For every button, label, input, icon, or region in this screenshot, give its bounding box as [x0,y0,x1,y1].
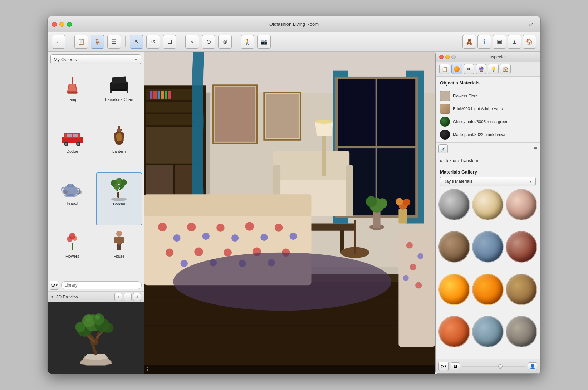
gallery-ball-argyle-blue[interactable] [472,231,504,263]
gallery-ball-wood-tan[interactable] [506,274,537,305]
furniture-button[interactable]: 🪑 [91,35,104,49]
target-tool-button[interactable]: ⊙ [202,35,215,49]
object-item-chair[interactable]: Barselona Chair [96,69,143,121]
size-slider-thumb[interactable] [498,364,503,369]
info-button[interactable]: ℹ [477,35,491,49]
object-item-lamp[interactable]: Lamp [49,69,96,121]
gallery-ball-rustic-red[interactable] [506,231,537,263]
zoom-in-button[interactable]: + [114,293,122,301]
bottom-person-button[interactable]: 👤 [528,362,537,370]
object-item-dodge[interactable]: Dodge [49,121,96,172]
resize-handle[interactable] [147,366,151,372]
close-button[interactable] [52,22,57,27]
texture-transform-label: Texture Transform [445,158,480,163]
gallery-ball-warm-gray[interactable] [506,316,537,347]
viewport[interactable] [144,52,435,374]
svg-rect-5 [112,76,126,84]
svg-rect-43 [117,237,122,244]
objects-dropdown-label: My Objects [54,57,77,62]
svg-point-101 [315,120,333,124]
svg-rect-78 [161,91,164,99]
gallery-ball-floral-gray[interactable] [438,189,470,220]
svg-rect-26 [69,184,72,186]
inspector-title-bar: Inspector [436,52,540,62]
gallery-ball-orange-dark[interactable] [472,274,504,305]
inspector-minimize[interactable] [445,55,450,59]
objects-dropdown[interactable]: My Objects ▼ [50,54,141,64]
object-item-figure[interactable]: Figure [96,225,143,277]
inspector-tab-edit[interactable]: ✏ [464,64,474,74]
svg-rect-107 [398,209,407,224]
inspector-tab-material[interactable] [451,64,462,74]
gear-button[interactable]: ⚙ ▼ [50,281,59,290]
gallery-ball-orange-bright[interactable] [438,274,470,305]
inspector-window: Inspector 📋 ✏ 🔮 [435,52,540,374]
circle-tool-button[interactable]: ⚬ [185,35,199,49]
select-tool-button[interactable]: ↖ [130,35,143,49]
objects-button[interactable]: 📋 [74,35,88,49]
photo-tool-icon: 📷 [260,38,268,45]
search-input[interactable] [61,281,142,289]
svg-point-2 [67,92,77,94]
svg-rect-92 [215,87,255,141]
gallery-ball-blue-gray[interactable] [472,316,504,347]
svg-rect-113 [340,230,344,252]
minimize-button[interactable] [59,22,64,27]
fullscreen-button[interactable]: ⤢ [526,19,536,29]
walk-tool-button[interactable]: 🚶 [241,35,254,49]
inspector-tab-effects[interactable]: 🔮 [476,64,486,74]
gallery-ball-orange-texture[interactable] [438,316,470,347]
transform-tool-button[interactable]: ⊞ [163,35,176,49]
home-view-button[interactable]: 🏠 [523,35,536,49]
inspector-close[interactable] [439,55,444,59]
texture-transform-section: ▶ Texture Transform [436,155,540,166]
texture-transform-header[interactable]: ▶ Texture Transform [440,158,536,163]
traffic-lights [52,22,72,27]
rotate-tool-button[interactable]: ↺ [146,35,160,49]
svg-point-118 [202,233,210,240]
zoom-out-button[interactable]: − [124,293,132,301]
black-label: Matte paint/8022 black brown [453,132,536,137]
window-title: Oldfashion Living Room [269,21,319,27]
maximize-button[interactable] [67,22,72,27]
svg-point-116 [173,234,180,242]
size-slider[interactable] [462,366,526,367]
gallery-dropdown-arrow-icon: ▼ [529,180,533,184]
object-item-lantern[interactable]: Lantern [96,121,143,172]
bottom-gear-button[interactable]: ⚙ ▼ [438,362,449,371]
svg-point-119 [216,224,224,232]
eyedropper-button[interactable]: 💉 [438,144,448,153]
object-item-bonsai[interactable]: Bonsai [96,172,143,226]
view-button[interactable]: ▣ [493,35,506,49]
grid-button[interactable]: ⊞ [508,35,521,49]
photo-tool-button[interactable]: 📷 [257,35,271,49]
svg-point-121 [245,222,254,230]
object-item-teapot[interactable]: Teapot [49,172,96,226]
inspector-tab-light[interactable]: 💡 [488,64,499,74]
preview-header[interactable]: ▼ 3D Preview + − ↺ [48,292,144,302]
inspector-tab-house[interactable]: 🏠 [500,64,511,74]
svg-rect-94 [266,94,298,138]
inspector-tab-objects[interactable]: 📋 [439,64,450,74]
gallery-ball-floral-cream[interactable] [472,189,504,220]
material-item-brick[interactable]: Brick/003 Light Adobe-work [438,102,537,115]
objects-library-button[interactable]: 🧸 [462,35,476,49]
gallery-ball-floral-red[interactable] [506,189,537,220]
material-item-black[interactable]: Matte paint/8022 black brown [438,128,537,141]
list-button[interactable]: ☰ [107,35,121,49]
svg-rect-15 [67,134,72,137]
app-window: Oldfashion Living Room ⤢ ← 📋 🪑 ☰ ↖ ↺ ⊞ [47,16,541,374]
svg-point-129 [224,249,232,257]
figure-thumbnail [103,228,135,253]
zoom-out-icon: − [126,294,129,299]
object-item-flowers[interactable]: Flowers [49,225,96,277]
material-item-moss[interactable]: Glossy paint/6005 moss green [438,115,537,128]
inspector-expand[interactable] [451,55,456,59]
back-button[interactable]: ← [52,35,65,49]
rotate-preview-button[interactable]: ↺ [133,293,141,301]
gallery-dropdown[interactable]: Ray's Materials ▼ [440,177,536,186]
menu-dots-button[interactable]: ≡ [534,146,537,152]
gallery-ball-argyle-brown[interactable] [438,231,470,263]
camera-tool-button[interactable]: ⊚ [218,35,232,49]
bottom-image-button[interactable]: 🖼 [451,362,460,370]
